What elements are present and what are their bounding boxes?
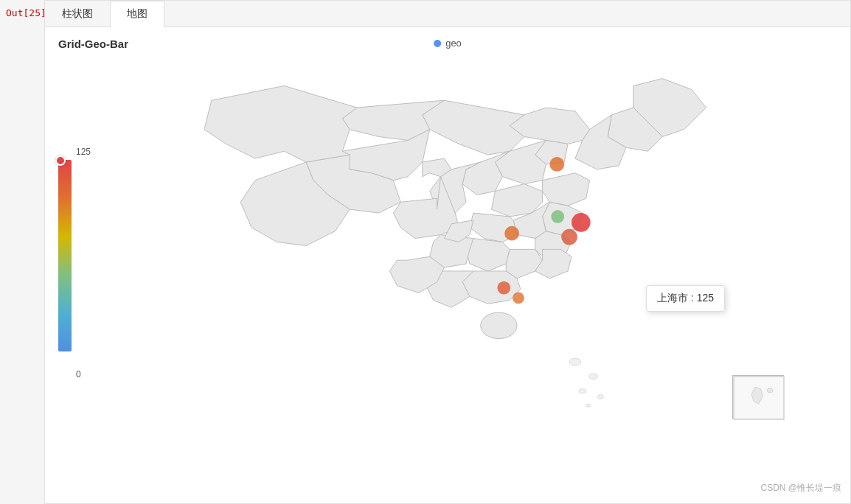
tabs-bar: 柱状图 地图 (45, 1, 850, 27)
scale-min-label: 0 (76, 369, 81, 379)
scale-bar (58, 160, 72, 351)
datapoint-nanjing[interactable] (551, 210, 564, 223)
datapoint-wuhan[interactable] (504, 226, 519, 241)
scale-max-dot (55, 155, 66, 166)
south-sea-2 (589, 374, 598, 379)
south-sea-3 (579, 389, 586, 393)
datapoint-beijing[interactable] (549, 157, 564, 172)
legend: geo (434, 38, 462, 49)
shandong (543, 173, 590, 206)
datapoint-shanghai[interactable] (572, 213, 591, 232)
tab-bar[interactable]: 柱状图 (45, 1, 110, 27)
tab-geo[interactable]: 地图 (110, 1, 164, 27)
jiangxi (506, 249, 542, 278)
taiwan-inset-svg (733, 376, 785, 420)
tooltip-value: 125 (697, 292, 714, 304)
main-container: 柱状图 地图 Grid-Geo-Bar geo 125 0 (44, 0, 851, 504)
chart-area: Grid-Geo-Bar geo 125 0 (45, 27, 850, 500)
taiwan-inset (732, 375, 784, 419)
inner-mongolia-mid (423, 100, 524, 155)
datapoint-hangzhou[interactable] (561, 229, 577, 245)
south-sea-4 (598, 395, 604, 399)
tooltip-separator: : (688, 292, 697, 304)
guangdong (462, 271, 521, 304)
map-container: 上海市 : 125 (82, 57, 850, 478)
datapoint-shenzhen[interactable] (513, 293, 524, 304)
tooltip-city: 上海市 (657, 292, 688, 304)
south-sea-5 (586, 404, 591, 407)
datapoint-guangzhou[interactable] (497, 281, 510, 295)
legend-label: geo (445, 38, 462, 49)
chart-title: Grid-Geo-Bar (58, 38, 128, 50)
watermark: CSDN @惟长堤一痕 (760, 482, 841, 494)
xinjiang (204, 85, 357, 162)
map-tooltip: 上海市 : 125 (646, 285, 725, 312)
hainan (481, 312, 517, 339)
legend-dot (434, 40, 441, 47)
south-sea-1 (569, 358, 581, 365)
taiwan-small-island (767, 388, 773, 393)
hunan (466, 239, 510, 271)
color-scale: 125 0 (58, 160, 72, 366)
